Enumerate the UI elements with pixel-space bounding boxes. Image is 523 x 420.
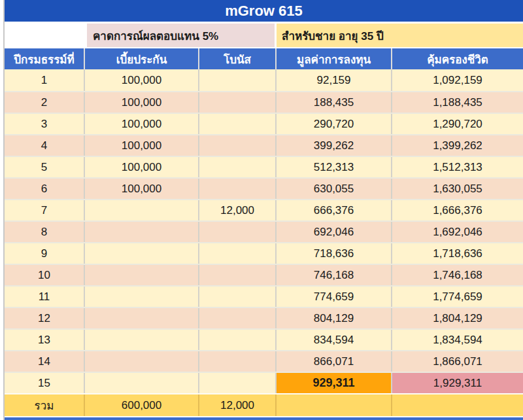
cell-premium: 100,000 xyxy=(85,92,199,113)
cell-year: 13 xyxy=(5,330,85,350)
cell-bonus xyxy=(199,92,277,113)
cell-premium xyxy=(85,351,199,372)
cell-bonus xyxy=(199,265,277,285)
cell-bonus xyxy=(199,330,277,350)
cell-value: 929,311 xyxy=(277,373,392,393)
table-title-bar: mGrow 615 xyxy=(5,0,523,22)
total-life-coverage xyxy=(392,394,523,416)
cell-value: 630,055 xyxy=(277,179,392,199)
table-row: 12804,1291,804,129 xyxy=(5,307,523,328)
cell-bonus xyxy=(199,135,277,156)
cell-value: 718,636 xyxy=(277,243,392,264)
cell-coverage: 1,718,636 xyxy=(392,243,523,264)
cell-bonus xyxy=(199,157,277,177)
cell-value: 804,129 xyxy=(277,308,392,328)
cell-value: 774,659 xyxy=(277,287,392,307)
table-row: 10746,1681,746,168 xyxy=(5,264,523,285)
cell-year: 6 xyxy=(5,179,85,199)
col-header-investment-value: มูลค่าการลงทุน xyxy=(277,48,392,69)
cell-year: 5 xyxy=(5,157,85,177)
table-row: 13834,5941,834,594 xyxy=(5,328,523,350)
col-header-premium: เบี้ยประกัน xyxy=(85,48,199,69)
total-premium: 600,000 xyxy=(85,394,199,416)
total-investment-value xyxy=(277,394,392,416)
subheader-row: คาดการณ์ผลตอบแทน 5% สำหรับชาย อายุ 35 ปี xyxy=(5,24,523,47)
cell-year: 14 xyxy=(5,351,85,372)
table-row: 3100,000290,7201,290,720 xyxy=(5,113,523,134)
cell-year: 7 xyxy=(5,200,85,220)
cell-coverage: 1,746,168 xyxy=(392,265,523,285)
cell-value: 692,046 xyxy=(277,222,392,242)
col-header-life-coverage: คุ้มครองชีวิต xyxy=(392,48,523,69)
cell-coverage: 1,666,376 xyxy=(392,200,523,220)
cell-coverage: 1,834,594 xyxy=(392,330,523,350)
table-row: 1100,00092,1591,092,159 xyxy=(5,69,523,91)
cell-bonus xyxy=(199,243,277,264)
table-row: 4100,000399,2621,399,262 xyxy=(5,134,523,156)
bottom-accent-bar xyxy=(5,417,523,420)
col-header-policy-year: ปีกรมธรรม์ที่ xyxy=(5,48,85,69)
cell-premium: 100,000 xyxy=(85,179,199,199)
cell-premium: 100,000 xyxy=(85,157,199,177)
cell-premium xyxy=(85,287,199,307)
cell-coverage: 1,804,129 xyxy=(392,308,523,328)
cell-premium xyxy=(85,222,199,242)
cell-premium xyxy=(85,373,199,393)
col-header-bonus: โบนัส xyxy=(199,48,277,69)
cell-value: 666,376 xyxy=(277,200,392,220)
cell-value: 290,720 xyxy=(277,114,392,134)
page-title: mGrow 615 xyxy=(225,3,303,20)
table-row: 6100,000630,0551,630,055 xyxy=(5,177,523,199)
subheader-return-assumption: คาดการณ์ผลตอบแทน 5% xyxy=(87,24,277,47)
cell-coverage: 1,774,659 xyxy=(392,287,523,307)
cell-bonus xyxy=(199,179,277,199)
cell-bonus xyxy=(199,351,277,372)
cell-premium xyxy=(85,308,199,328)
cell-bonus xyxy=(199,308,277,328)
cell-year: 2 xyxy=(5,92,85,113)
total-bonus: 12,000 xyxy=(199,394,277,416)
table-body: 1100,00092,1591,092,1592100,000188,4351,… xyxy=(5,69,523,393)
cell-year: 3 xyxy=(5,114,85,134)
table-row: 14866,0711,866,071 xyxy=(5,350,523,372)
cell-value: 188,435 xyxy=(277,92,392,113)
table-row: 11774,6591,774,659 xyxy=(5,285,523,307)
cell-year: 1 xyxy=(5,69,85,91)
cell-coverage: 1,290,720 xyxy=(392,114,523,134)
cell-year: 4 xyxy=(5,135,85,156)
cell-coverage: 1,692,046 xyxy=(392,222,523,242)
table-row: 9718,6361,718,636 xyxy=(5,242,523,264)
cell-bonus xyxy=(199,222,277,242)
cell-bonus xyxy=(199,373,277,393)
table-row: 712,000666,3761,666,376 xyxy=(5,199,523,220)
total-label: รวม xyxy=(5,394,85,416)
subheader-insured-profile: สำหรับชาย อายุ 35 ปี xyxy=(277,24,523,47)
cell-bonus xyxy=(199,114,277,134)
cell-coverage: 1,188,435 xyxy=(392,92,523,113)
column-header-row: ปีกรมธรรม์ที่ เบี้ยประกัน โบนัส มูลค่ากา… xyxy=(5,48,523,69)
cell-premium: 100,000 xyxy=(85,114,199,134)
cell-coverage: 1,866,071 xyxy=(392,351,523,372)
cell-year: 15 xyxy=(5,373,85,393)
cell-year: 11 xyxy=(5,287,85,307)
cell-value: 866,071 xyxy=(277,351,392,372)
table-row: 5100,000512,3131,512,313 xyxy=(5,156,523,177)
cell-premium xyxy=(85,330,199,350)
insurance-benefit-table: mGrow 615 คาดการณ์ผลตอบแทน 5% สำหรับชาย … xyxy=(3,0,523,420)
cell-bonus: 12,000 xyxy=(199,200,277,220)
table-row: 2100,000188,4351,188,435 xyxy=(5,91,523,113)
cell-value: 512,313 xyxy=(277,157,392,177)
cell-coverage: 1,512,313 xyxy=(392,157,523,177)
cell-coverage: 1,630,055 xyxy=(392,179,523,199)
cell-year: 8 xyxy=(5,222,85,242)
cell-premium xyxy=(85,243,199,264)
cell-value: 399,262 xyxy=(277,135,392,156)
cell-premium: 100,000 xyxy=(85,135,199,156)
cell-year: 12 xyxy=(5,308,85,328)
cell-value: 92,159 xyxy=(277,69,392,91)
cell-value: 834,594 xyxy=(277,330,392,350)
cell-coverage: 1,092,159 xyxy=(392,69,523,91)
cell-value: 746,168 xyxy=(277,265,392,285)
cell-coverage: 1,929,311 xyxy=(392,373,523,393)
cell-premium xyxy=(85,265,199,285)
